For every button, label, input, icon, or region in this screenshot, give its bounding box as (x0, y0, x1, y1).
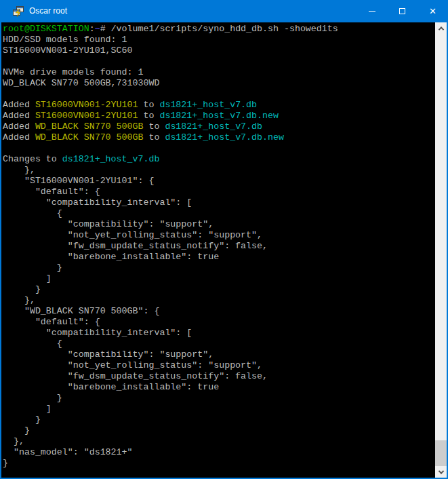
close-icon: ✕ (429, 7, 436, 16)
terminal-line: }, (3, 295, 435, 306)
terminal-line: "default": { (3, 187, 435, 197)
terminal-line: Added ST16000VN001-2YU101 to ds1821+_hos… (3, 111, 435, 121)
terminal-line: ] (3, 404, 435, 415)
terminal-line: "default": { (3, 317, 435, 328)
title-bar[interactable]: Oscar root ✕ (0, 0, 448, 22)
terminal[interactable]: root@DISKSTATION:~# /volume1/scripts/syn… (1, 22, 435, 478)
terminal-line: "compatibility_interval": [ (3, 197, 435, 208)
scrollbar[interactable] (435, 22, 447, 478)
terminal-line: "nas_model": "ds1821+" (3, 447, 435, 458)
terminal-output: root@DISKSTATION:~# /volume1/scripts/syn… (3, 24, 435, 469)
terminal-line: }, (3, 436, 435, 447)
terminal-line: } (3, 393, 435, 404)
scrollbar-track[interactable] (435, 34, 447, 466)
scrollbar-thumb[interactable] (435, 440, 447, 466)
terminal-line: "not_yet_rolling_status": "support", (3, 230, 435, 241)
terminal-line: root@DISKSTATION:~# /volume1/scripts/syn… (3, 24, 435, 35)
terminal-line: "fw_dsm_update_status_notify": false, (3, 241, 435, 252)
terminal-line: "compatibility": "support", (3, 219, 435, 230)
terminal-line: NVMe drive models found: 1 (3, 67, 435, 78)
terminal-line: { (3, 208, 435, 219)
terminal-line: ST16000VN001-2YU101,SC60 (3, 45, 435, 56)
terminal-line: } (3, 458, 435, 469)
terminal-line: } (3, 263, 435, 273)
terminal-line: } (3, 425, 435, 436)
terminal-line: "WD_BLACK SN770 500GB": { (3, 306, 435, 317)
terminal-line: Changes to ds1821+_host_v7.db (3, 154, 435, 165)
terminal-line: Added WD_BLACK SN770 500GB to ds1821+_ho… (3, 121, 435, 132)
terminal-line: HDD/SSD models found: 1 (3, 35, 435, 45)
terminal-line: Added ST16000VN001-2YU101 to ds1821+_hos… (3, 100, 435, 111)
putty-window: Oscar root ✕ root@DISKSTATION:~# /volume… (0, 0, 448, 479)
close-button[interactable]: ✕ (418, 0, 448, 22)
maximize-button[interactable] (387, 0, 418, 22)
scroll-up-button[interactable] (435, 22, 447, 34)
terminal-line: } (3, 284, 435, 295)
terminal-line: } (3, 415, 435, 425)
terminal-line: Added WD_BLACK SN770 500GB to ds1821+_ho… (3, 132, 435, 143)
terminal-line (3, 143, 435, 154)
chevron-down-icon (438, 468, 443, 474)
terminal-line: }, (3, 165, 435, 176)
terminal-line: ] (3, 273, 435, 284)
putty-terminal-icon[interactable] (13, 6, 24, 17)
terminal-line: WD_BLACK SN770 500GB,731030WD (3, 78, 435, 89)
terminal-line: "ST16000VN001-2YU101": { (3, 176, 435, 187)
terminal-line: "barebone_installable": true (3, 252, 435, 263)
chevron-up-icon (438, 26, 443, 32)
minimize-button[interactable] (357, 0, 387, 22)
terminal-line (3, 89, 435, 100)
window-title: Oscar root (29, 0, 67, 22)
terminal-line: { (3, 339, 435, 349)
scroll-down-button[interactable] (435, 466, 447, 478)
terminal-line: "not_yet_rolling_status": "support", (3, 360, 435, 371)
maximize-icon (399, 8, 405, 14)
terminal-line: "compatibility_interval": [ (3, 328, 435, 339)
minimize-icon (369, 11, 375, 12)
terminal-line: "fw_dsm_update_status_notify": false, (3, 371, 435, 382)
window-controls: ✕ (357, 0, 448, 22)
terminal-line: "barebone_installable": true (3, 382, 435, 393)
terminal-line (3, 56, 435, 67)
terminal-line: "compatibility": "support", (3, 349, 435, 360)
